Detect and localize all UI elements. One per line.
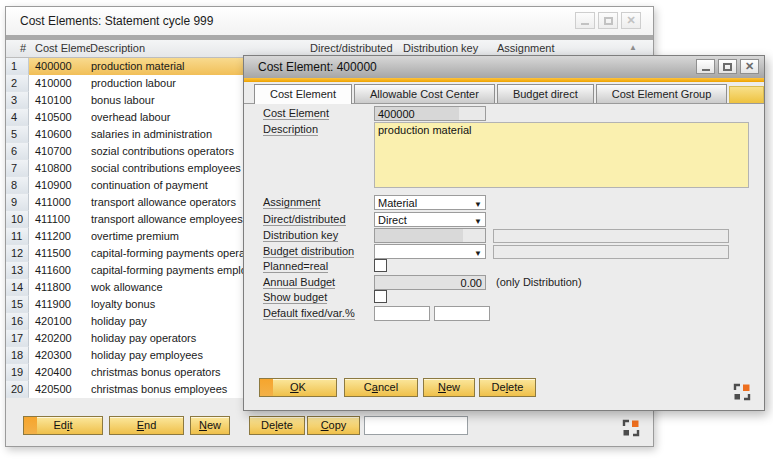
cancel-button[interactable]: Cancel bbox=[344, 378, 418, 397]
cost-element-field: 400000 bbox=[374, 106, 486, 121]
row-number-cell[interactable]: 17 bbox=[6, 330, 29, 347]
column-header-distribution-key[interactable]: Distribution key bbox=[403, 42, 478, 54]
cost-element-cell[interactable]: 420500 bbox=[29, 381, 85, 398]
row-number-cell[interactable]: 3 bbox=[6, 92, 29, 109]
minimize-button[interactable] bbox=[575, 12, 595, 29]
close-button[interactable]: ✕ bbox=[740, 59, 759, 74]
annual-budget-note: (only Distribution) bbox=[496, 276, 582, 288]
delete-button[interactable]: Delete bbox=[479, 378, 536, 397]
row-number-cell[interactable]: 11 bbox=[6, 228, 29, 245]
cost-element-cell[interactable]: 420100 bbox=[29, 313, 85, 330]
description-textarea[interactable]: production material bbox=[374, 122, 749, 188]
show-budget-checkbox[interactable] bbox=[374, 290, 387, 303]
cost-element-cell[interactable]: 411800 bbox=[29, 279, 85, 296]
close-icon: ✕ bbox=[626, 15, 635, 26]
row-number-cell[interactable]: 7 bbox=[6, 160, 29, 177]
assignment-label: Assignment bbox=[263, 196, 320, 208]
row-number-cell[interactable]: 8 bbox=[6, 177, 29, 194]
row-number-cell[interactable]: 12 bbox=[6, 245, 29, 262]
planned-real-label: Planned=real bbox=[263, 260, 328, 272]
row-number-cell[interactable]: 20 bbox=[6, 381, 29, 398]
tab[interactable]: Cost Element bbox=[254, 84, 352, 104]
row-number-cell[interactable]: 2 bbox=[6, 75, 29, 92]
maximize-button[interactable] bbox=[718, 59, 737, 74]
maximize-button[interactable] bbox=[598, 12, 618, 29]
column-header-cost-element[interactable]: Cost Element bbox=[35, 42, 90, 54]
cost-element-cell[interactable]: 420200 bbox=[29, 330, 85, 347]
column-header-direct-distributed[interactable]: Direct/distributed bbox=[310, 42, 393, 54]
cost-element-cell[interactable]: 410800 bbox=[29, 160, 85, 177]
direct-distributed-dropdown[interactable]: Direct bbox=[374, 212, 486, 227]
column-header-description[interactable]: Description bbox=[90, 42, 145, 54]
cost-element-cell[interactable]: 420400 bbox=[29, 364, 85, 381]
dialog-titlebar: Cost Element: 400000 ✕ bbox=[244, 56, 764, 78]
cost-element-cell[interactable]: 411600 bbox=[29, 262, 85, 279]
cost-element-cell[interactable]: 410000 bbox=[29, 75, 85, 92]
cost-element-cell[interactable]: 420300 bbox=[29, 347, 85, 364]
column-header-number[interactable]: # bbox=[20, 42, 26, 54]
row-number-cell[interactable]: 4 bbox=[6, 109, 29, 126]
row-number-cell[interactable]: 13 bbox=[6, 262, 29, 279]
default-fixed-var-label: Default fixed/var.% bbox=[263, 307, 355, 319]
cost-element-cell[interactable]: 411000 bbox=[29, 194, 85, 211]
row-number-cell[interactable]: 19 bbox=[6, 364, 29, 381]
row-number-cell[interactable]: 9 bbox=[6, 194, 29, 211]
direct-distributed-label: Direct/distributed bbox=[263, 213, 346, 225]
delete-button[interactable]: Delete bbox=[249, 416, 305, 435]
main-titlebar: Cost Elements: Statement cycle 999 ✕ bbox=[6, 7, 653, 35]
edit-button[interactable]: Edit bbox=[23, 416, 103, 435]
expand-form-icon[interactable] bbox=[733, 383, 751, 401]
cost-element-cell[interactable]: 410700 bbox=[29, 143, 85, 160]
dialog-title: Cost Element: 400000 bbox=[258, 56, 377, 78]
show-budget-label: Show budget bbox=[263, 291, 327, 303]
cost-element-cell[interactable]: 410900 bbox=[29, 177, 85, 194]
budget-distribution-label: Budget distribution bbox=[263, 245, 354, 257]
footer-text-input[interactable] bbox=[364, 416, 468, 435]
row-number-cell[interactable]: 6 bbox=[6, 143, 29, 160]
main-window-controls: ✕ bbox=[575, 12, 641, 29]
cost-element-cell[interactable]: 410100 bbox=[29, 92, 85, 109]
cost-element-cell[interactable]: 411200 bbox=[29, 228, 85, 245]
column-header-assignment[interactable]: Assignment bbox=[497, 42, 554, 54]
row-number-cell[interactable]: 14 bbox=[6, 279, 29, 296]
minimize-button[interactable] bbox=[696, 59, 715, 74]
cost-element-cell[interactable]: 410500 bbox=[29, 109, 85, 126]
dialog-tabs: Cost Element Allowable Cost Center Budge… bbox=[244, 82, 764, 104]
cost-element-label: Cost Element bbox=[263, 107, 329, 119]
new-button[interactable]: New bbox=[190, 416, 230, 435]
maximize-icon bbox=[723, 63, 732, 71]
budget-distribution-description-field bbox=[493, 245, 729, 259]
default-fixed-input[interactable] bbox=[374, 306, 430, 321]
cost-element-cell[interactable]: 411900 bbox=[29, 296, 85, 313]
default-var-input[interactable] bbox=[434, 306, 490, 321]
row-number-cell[interactable]: 10 bbox=[6, 211, 29, 228]
tab[interactable]: Allowable Cost Center bbox=[354, 84, 495, 103]
expand-form-icon[interactable] bbox=[622, 419, 640, 437]
scroll-up-icon[interactable]: ▲ bbox=[629, 43, 637, 52]
cost-element-cell[interactable]: 411100 bbox=[29, 211, 85, 228]
new-button[interactable]: New bbox=[423, 378, 475, 397]
row-number-cell[interactable]: 5 bbox=[6, 126, 29, 143]
main-window-title: Cost Elements: Statement cycle 999 bbox=[20, 7, 213, 35]
cost-element-cell[interactable]: 410600 bbox=[29, 126, 85, 143]
planned-real-checkbox[interactable] bbox=[374, 259, 387, 272]
dialog-window-controls: ✕ bbox=[696, 59, 759, 74]
distribution-key-label: Distribution key bbox=[263, 229, 338, 241]
cost-element-cell[interactable]: 411500 bbox=[29, 245, 85, 262]
budget-distribution-dropdown[interactable] bbox=[374, 244, 486, 259]
end-button[interactable]: End bbox=[109, 416, 184, 435]
close-button[interactable]: ✕ bbox=[621, 12, 641, 29]
assignment-dropdown[interactable]: Material bbox=[374, 195, 486, 210]
distribution-key-description-field bbox=[493, 229, 729, 243]
tab[interactable]: Budget direct bbox=[497, 84, 594, 103]
ok-button[interactable]: OK bbox=[259, 378, 337, 397]
row-number-cell[interactable]: 1 bbox=[6, 58, 29, 75]
copy-button[interactable]: Copy bbox=[307, 416, 360, 435]
row-number-cell[interactable]: 16 bbox=[6, 313, 29, 330]
cost-element-cell[interactable]: 400000 bbox=[29, 58, 85, 75]
row-number-cell[interactable]: 18 bbox=[6, 347, 29, 364]
row-number-cell[interactable]: 15 bbox=[6, 296, 29, 313]
close-icon: ✕ bbox=[745, 61, 754, 72]
tab[interactable]: Cost Element Group bbox=[596, 84, 728, 103]
annual-budget-field: 0.00 bbox=[374, 275, 486, 290]
